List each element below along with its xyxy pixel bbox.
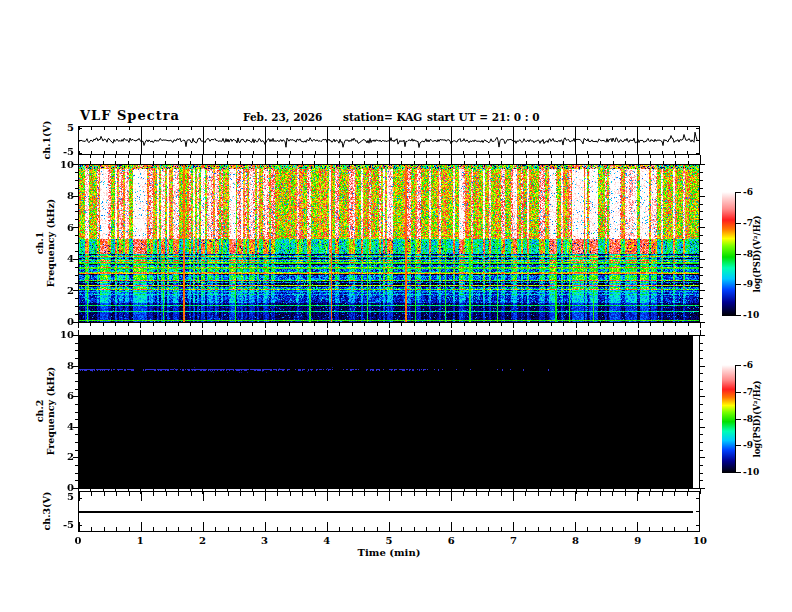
axis-tick — [227, 155, 228, 158]
axis-tick — [700, 306, 703, 307]
ch2-label: ch.2 — [34, 367, 45, 456]
axis-tick — [700, 404, 703, 405]
time-tick-label: 8 — [564, 535, 588, 546]
axis-tick — [202, 155, 203, 160]
axis-tick — [513, 489, 514, 494]
axis-tick — [426, 161, 427, 164]
axis-tick — [600, 161, 601, 164]
axis-tick — [314, 155, 315, 158]
axis-tick — [613, 323, 614, 326]
axis-tick — [314, 332, 315, 335]
axis-tick — [476, 161, 477, 164]
axis-tick — [551, 332, 552, 335]
axis-tick — [364, 155, 365, 158]
ch2-spectrogram — [79, 336, 699, 488]
axis-tick — [700, 188, 703, 189]
colorbar-psd-scale-2 — [722, 365, 736, 473]
figure-title: VLF Spectra — [80, 108, 180, 123]
axis-tick — [501, 489, 502, 492]
axis-tick — [327, 489, 328, 494]
axis-tick — [314, 323, 315, 326]
axis-tick — [352, 323, 353, 326]
axis-tick — [377, 332, 378, 335]
axis-tick — [252, 489, 253, 492]
axis-tick — [688, 161, 689, 164]
axis-tick — [439, 323, 440, 326]
axis-tick — [700, 427, 705, 428]
axis-tick — [489, 155, 490, 158]
axis-tick — [178, 323, 179, 326]
axis-tick — [103, 161, 104, 164]
colorbar1-tick-label: -6 — [743, 187, 767, 198]
axis-tick — [700, 211, 703, 212]
axis-tick — [227, 489, 228, 492]
axis-tick — [464, 155, 465, 158]
ch1-frequency-tick-label: 4 — [44, 253, 74, 264]
axis-tick — [736, 315, 741, 316]
ch2-frequency-tick-label: 2 — [44, 451, 74, 462]
axis-tick — [277, 489, 278, 492]
axis-tick — [75, 180, 78, 181]
axis-tick — [551, 161, 552, 164]
colorbar2-tick-label: -7 — [743, 387, 767, 398]
axis-tick — [700, 419, 703, 420]
vlf-spectra-figure: VLF Spectra Feb. 23, 2026 station= KAG s… — [0, 0, 792, 612]
axis-tick — [476, 323, 477, 326]
axis-tick — [190, 155, 191, 158]
axis-tick — [625, 155, 626, 158]
axis-tick — [75, 283, 78, 284]
axis-tick — [700, 267, 703, 268]
axis-tick — [190, 323, 191, 326]
axis-tick — [165, 155, 166, 158]
axis-tick — [314, 161, 315, 164]
colorbar1-tick-label: -7 — [743, 218, 767, 229]
axis-tick — [103, 155, 104, 158]
axis-tick — [625, 323, 626, 326]
axis-tick — [165, 161, 166, 164]
axis-tick — [78, 323, 79, 328]
axis-tick — [489, 332, 490, 335]
axis-tick — [265, 323, 266, 328]
axis-tick — [700, 396, 705, 397]
axis-tick — [700, 243, 703, 244]
axis-tick — [352, 155, 353, 158]
axis-tick — [352, 332, 353, 335]
ch1-frequency-tick-label: 10 — [44, 159, 74, 170]
axis-tick — [277, 332, 278, 335]
axis-tick — [227, 332, 228, 335]
axis-tick — [90, 489, 91, 492]
time-tick-label: 4 — [315, 535, 339, 546]
axis-tick — [128, 155, 129, 158]
axis-tick — [75, 350, 78, 351]
axis-tick — [736, 284, 741, 285]
axis-tick — [688, 323, 689, 326]
axis-tick — [538, 323, 539, 326]
axis-tick — [700, 366, 705, 367]
time-tick-label: 2 — [190, 535, 214, 546]
time-tick-label: 3 — [253, 535, 277, 546]
axis-tick — [700, 473, 703, 474]
axis-tick — [215, 332, 216, 335]
axis-tick — [302, 489, 303, 492]
axis-tick — [476, 155, 477, 158]
axis-tick — [289, 332, 290, 335]
axis-tick — [327, 330, 328, 335]
axis-tick — [476, 489, 477, 492]
axis-tick — [613, 332, 614, 335]
axis-tick — [439, 489, 440, 492]
axis-tick — [75, 204, 78, 205]
axis-tick — [414, 155, 415, 158]
axis-tick — [489, 161, 490, 164]
axis-tick — [563, 155, 564, 158]
axis-tick — [700, 389, 703, 390]
axis-tick — [563, 161, 564, 164]
axis-tick — [75, 306, 78, 307]
ch1-frequency-tick-label: 2 — [44, 285, 74, 296]
axis-tick — [90, 332, 91, 335]
axis-tick — [75, 188, 78, 189]
axis-tick — [277, 155, 278, 158]
axis-tick — [538, 332, 539, 335]
axis-tick — [75, 219, 78, 220]
axis-tick — [700, 235, 703, 236]
axis-tick — [178, 489, 179, 492]
